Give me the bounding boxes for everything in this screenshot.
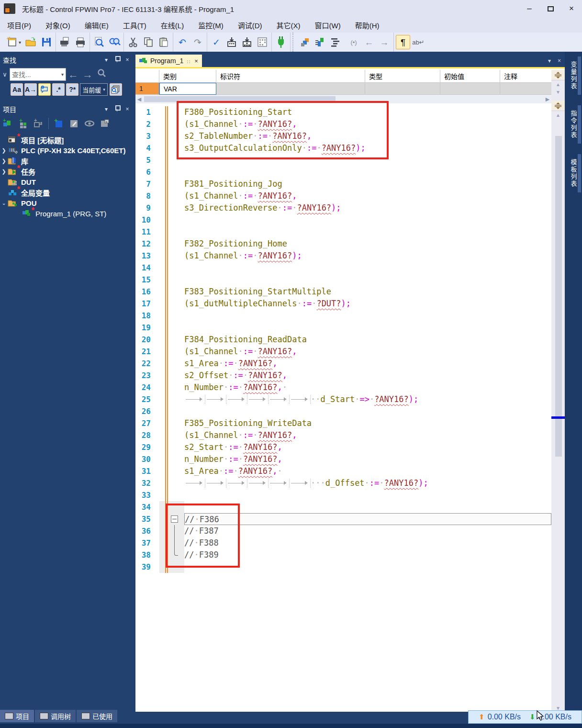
code-line-16[interactable]: 16F383_Positioning_StartMultiple (135, 286, 551, 298)
code-line-10[interactable]: 10 (135, 214, 551, 226)
download-all-button[interactable] (240, 35, 254, 49)
identifier-cell[interactable] (216, 83, 365, 95)
wildcard-button[interactable]: ?* (66, 83, 78, 96)
import-button[interactable]: + (31, 116, 45, 131)
tab-close-icon[interactable]: × (194, 57, 198, 65)
menu-item-2[interactable]: 编辑(E) (78, 17, 116, 33)
code-line-13[interactable]: 13(s1_Channel·:=·?ANY16?); (135, 250, 551, 262)
convert-text-button[interactable]: ab↵ (411, 35, 425, 49)
code-line-31[interactable]: 31s1_Area·:=·?ANY16?,· (135, 465, 551, 477)
compile-check-button[interactable]: ✓ (209, 35, 224, 49)
monitor-object-button[interactable] (82, 116, 97, 131)
code-line-21[interactable]: 21(s1_Channel·:=·?ANY16?, (135, 346, 551, 358)
search-scope-dropdown[interactable]: 当前缓 ▾ (80, 83, 108, 96)
chevron-down-icon[interactable]: ▾ (19, 40, 23, 45)
menu-item-7[interactable]: 其它(X) (269, 17, 308, 33)
open-file-button[interactable] (24, 35, 38, 49)
menu-item-4[interactable]: 在线(L) (154, 17, 191, 33)
tree-item-5[interactable]: *全局变量 (0, 187, 135, 198)
scroll-left-icon[interactable]: ◀ (135, 96, 143, 102)
find-button[interactable] (92, 35, 106, 49)
find-next-button[interactable]: → (80, 68, 95, 81)
table-scroll-up-icon[interactable]: ▲ (551, 80, 565, 88)
add-dut-button[interactable]: + (16, 116, 30, 131)
tree-item-6[interactable]: ⌄POU (0, 198, 135, 208)
project-panel-pin-icon[interactable] (112, 105, 122, 113)
edit-object-button[interactable] (67, 116, 81, 131)
initial-cell[interactable] (440, 83, 500, 95)
scroll-right-icon[interactable]: ▶ (544, 96, 551, 102)
code-line-7[interactable]: 7F381_Positioning_Jog (135, 178, 551, 190)
tree-expand-icon[interactable]: ❯ (0, 168, 8, 175)
table-scroll-down-icon[interactable]: ▼ (551, 88, 565, 96)
new-file-button[interactable] (5, 35, 19, 49)
tree-expand-icon[interactable]: ❯ (0, 147, 8, 154)
tabwell-close-icon[interactable]: × (558, 57, 561, 64)
find-message-button[interactable] (38, 83, 51, 96)
redo-button[interactable]: ↷ (190, 35, 205, 49)
col-header-comment[interactable]: 注释 (500, 70, 551, 83)
maximize-button[interactable] (540, 1, 561, 16)
right-tab-0[interactable]: 变量列表 (565, 56, 582, 95)
code-line-12[interactable]: 12F382_Positioning_Home (135, 238, 551, 250)
navigate-forward-button[interactable]: → (377, 35, 392, 49)
code-vertical-scrollbar[interactable] (551, 123, 565, 702)
code-line-23[interactable]: 23s2_Offset·:=·?ANY16?, (135, 370, 551, 381)
code-scroll-up-icon[interactable]: ▲ (551, 111, 565, 119)
table-splitter-handle[interactable] (551, 70, 565, 80)
code-editor[interactable]: 1F380_Positioning_Start2(s1_Channel·:=·?… (135, 103, 551, 712)
save-button[interactable] (39, 35, 54, 49)
whole-word-button[interactable]: A→ (24, 83, 37, 96)
menu-item-5[interactable]: 监控(M) (191, 17, 231, 33)
code-splitter-handle[interactable] (551, 101, 565, 111)
code-line-15[interactable]: 15 (135, 274, 551, 286)
code-line-22[interactable]: 22s1_Area·:=·?ANY16?, (135, 358, 551, 370)
code-line-8[interactable]: 8(s1_Channel·:=·?ANY16?, (135, 190, 551, 202)
right-tab-1[interactable]: 指令列表 (565, 105, 582, 144)
col-header-category[interactable]: 类别 (159, 70, 216, 83)
add-pou-button[interactable]: + (0, 116, 15, 131)
code-line-17[interactable]: 17(s1_dutMultipleChannels·:=·?DUT?); (135, 298, 551, 310)
code-line-27[interactable]: 27F385_Positioning_WriteData (135, 417, 551, 429)
document-tab-program-1[interactable]: Program_1 ∷ × (135, 55, 202, 67)
tree-expand-icon[interactable]: ❯ (0, 158, 8, 164)
type-cell[interactable] (365, 83, 440, 95)
code-line-28[interactable]: 28(s1_Channel·:=·?ANY16?, (135, 429, 551, 441)
menu-item-0[interactable]: 项目(P) (0, 17, 38, 33)
copy-button[interactable] (141, 35, 156, 49)
outline-button[interactable] (328, 35, 343, 49)
code-line-14[interactable]: 14 (135, 262, 551, 274)
insert-network-button[interactable] (313, 35, 327, 49)
paste-button[interactable] (157, 35, 171, 49)
tree-item-1[interactable]: ❯PLC (FP-XH 32k C40ET,C60ET) (0, 145, 135, 156)
col-header-initial[interactable]: 初始值 (440, 70, 500, 83)
find-all-documents-button[interactable] (110, 83, 122, 96)
download-program-button[interactable] (224, 35, 239, 49)
online-plug-button[interactable] (274, 35, 288, 49)
match-case-button[interactable]: Aa (11, 83, 23, 96)
minimize-button[interactable]: – (519, 1, 540, 16)
print-button[interactable] (73, 35, 88, 49)
menu-item-9[interactable]: 帮助(H) (348, 17, 387, 33)
show-whitespace-button[interactable]: ¶ (396, 35, 410, 49)
col-header-identifier[interactable]: 标识符 (216, 70, 365, 83)
menu-item-6[interactable]: 调试(D) (231, 17, 269, 33)
page-setup-button[interactable] (58, 35, 72, 49)
find-search-icon[interactable] (95, 68, 109, 81)
row-number-cell[interactable]: 1 (135, 83, 159, 95)
right-tab-2[interactable]: 模板列表 (565, 154, 582, 192)
code-line-33[interactable]: 33 (135, 489, 551, 501)
bottom-tab-2[interactable]: 已使用 (77, 710, 117, 722)
code-line-11[interactable]: 11 (135, 226, 551, 238)
cut-button[interactable] (126, 35, 140, 49)
tabwell-menu-icon[interactable]: ▾ (548, 57, 551, 64)
category-cell-selected[interactable]: VAR (159, 83, 216, 95)
menu-item-8[interactable]: 窗口(W) (308, 17, 348, 33)
col-header-type[interactable]: 类型 (365, 70, 440, 83)
code-line-26[interactable]: 26 (135, 405, 551, 417)
tree-item-3[interactable]: ❯*任务 (0, 166, 135, 177)
find-panel-close-icon[interactable]: × (122, 56, 133, 63)
code-template-button[interactable]: (•) (347, 35, 361, 49)
menu-item-1[interactable]: 对象(O) (38, 17, 78, 33)
code-line-29[interactable]: 29s2_Start·:=·?ANY16?, (135, 441, 551, 453)
